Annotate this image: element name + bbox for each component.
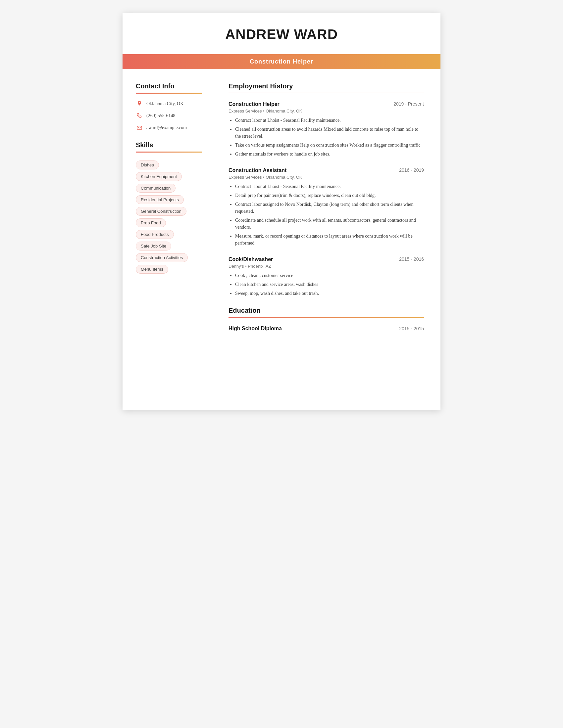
job-company: Denny's • Phoenix, AZ xyxy=(228,264,424,269)
job-header: Construction Assistant2016 - 2019 xyxy=(228,167,424,173)
job-header: Construction Helper2019 - Present xyxy=(228,101,424,107)
email-icon xyxy=(136,124,143,131)
job-company: Express Services • Oklahoma City, OK xyxy=(228,175,424,180)
main-content: Employment History Construction Helper20… xyxy=(215,82,441,332)
bullet-item: Cook , clean , customer service xyxy=(235,272,424,279)
phone-icon xyxy=(136,112,143,119)
employment-section: Employment History Construction Helper20… xyxy=(228,82,424,297)
job-dates: 2016 - 2019 xyxy=(399,167,424,173)
bullet-item: Gather materials for workers to handle o… xyxy=(235,151,424,158)
contact-section: Contact Info Oklahoma City, OK xyxy=(136,82,205,131)
contact-phone-item: (260) 555-6148 xyxy=(136,112,205,119)
bullet-item: Detail prep for painters(trim & doors), … xyxy=(235,192,424,199)
job-title: Construction Helper xyxy=(228,101,279,107)
edu-entry: High School Diploma2015 - 2015 xyxy=(228,326,424,332)
job-entry: Cook/Dishwasher2015 - 2016Denny's • Phoe… xyxy=(228,256,424,297)
job-header: Cook/Dishwasher2015 - 2016 xyxy=(228,256,424,262)
job-entry: Construction Assistant2016 - 2019Express… xyxy=(228,167,424,247)
job-title: Construction Assistant xyxy=(228,167,287,173)
bullet-item: Contract labor at Lhoist - Seasonal Faci… xyxy=(235,117,424,124)
job-bullets: Contract labor at Lhoist - Seasonal Faci… xyxy=(228,117,424,158)
skill-tag: Dishes xyxy=(136,160,159,169)
job-dates: 2015 - 2016 xyxy=(399,256,424,262)
bullet-item: Measure, mark, or record openings or dis… xyxy=(235,233,424,247)
candidate-title: Construction Helper xyxy=(250,58,313,65)
skills-section-title: Skills xyxy=(136,141,205,149)
education-section: Education High School Diploma2015 - 2015 xyxy=(228,307,424,332)
education-container: High School Diploma2015 - 2015 xyxy=(228,326,424,332)
bullet-item: Take on various temp assignments Help on… xyxy=(235,142,424,149)
bullet-item: Coordinate and schedule all project work… xyxy=(235,217,424,231)
education-section-title: Education xyxy=(228,307,424,314)
svg-rect-0 xyxy=(137,126,142,129)
location-icon xyxy=(136,100,143,108)
skill-tag: Communication xyxy=(136,184,175,193)
contact-section-title: Contact Info xyxy=(136,82,205,90)
skill-tag: Kitchen Equipment xyxy=(136,172,182,181)
contact-divider xyxy=(136,93,202,94)
title-banner: Construction Helper xyxy=(122,54,441,69)
body-layout: Contact Info Oklahoma City, OK xyxy=(122,69,441,345)
skills-section: Skills DishesKitchen EquipmentCommunicat… xyxy=(136,141,205,275)
employment-section-title: Employment History xyxy=(228,82,424,90)
sidebar: Contact Info Oklahoma City, OK xyxy=(122,82,215,332)
job-entry: Construction Helper2019 - PresentExpress… xyxy=(228,101,424,158)
skills-divider xyxy=(136,152,202,153)
header-section: ANDREW WARD xyxy=(122,13,441,49)
bullet-item: Sweep, mop, wash dishes, and take out tr… xyxy=(235,290,424,297)
skill-tag: Construction Activities xyxy=(136,253,188,262)
skill-tag: General Construction xyxy=(136,207,186,216)
contact-email-text: award@example.com xyxy=(146,125,187,130)
bullet-item: Clean kitchen and service areas, wash di… xyxy=(235,281,424,288)
contact-location-item: Oklahoma City, OK xyxy=(136,100,205,108)
edu-degree: High School Diploma xyxy=(228,326,282,332)
job-dates: 2019 - Present xyxy=(394,101,424,107)
job-company: Express Services • Oklahoma City, OK xyxy=(228,109,424,114)
job-title: Cook/Dishwasher xyxy=(228,256,273,262)
resume-page: ANDREW WARD Construction Helper Contact … xyxy=(122,13,441,410)
bullet-item: Contract labor at Lhoist - Seasonal Faci… xyxy=(235,183,424,190)
contact-email-item: award@example.com xyxy=(136,124,205,131)
bullet-item: Cleaned all construction areas to avoid … xyxy=(235,126,424,140)
education-divider xyxy=(228,317,424,318)
contact-location-text: Oklahoma City, OK xyxy=(146,101,183,107)
skill-tag: Prep Food xyxy=(136,218,166,227)
contact-phone-text: (260) 555-6148 xyxy=(146,113,175,118)
edu-dates: 2015 - 2015 xyxy=(399,326,424,331)
bullet-item: Contract labor assigned to Novo Nordisk,… xyxy=(235,201,424,215)
employment-divider xyxy=(228,93,424,93)
job-bullets: Cook , clean , customer serviceClean kit… xyxy=(228,272,424,297)
skill-tag: Residential Projects xyxy=(136,195,184,204)
skill-tag: Safe Job Site xyxy=(136,242,171,250)
job-bullets: Contract labor at Lhoist - Seasonal Faci… xyxy=(228,183,424,247)
skill-tag: Menu Items xyxy=(136,265,168,274)
jobs-container: Construction Helper2019 - PresentExpress… xyxy=(228,101,424,297)
candidate-name: ANDREW WARD xyxy=(142,26,421,42)
skill-tag: Food Products xyxy=(136,230,174,239)
skills-tags-container: DishesKitchen EquipmentCommunicationResi… xyxy=(136,159,205,275)
